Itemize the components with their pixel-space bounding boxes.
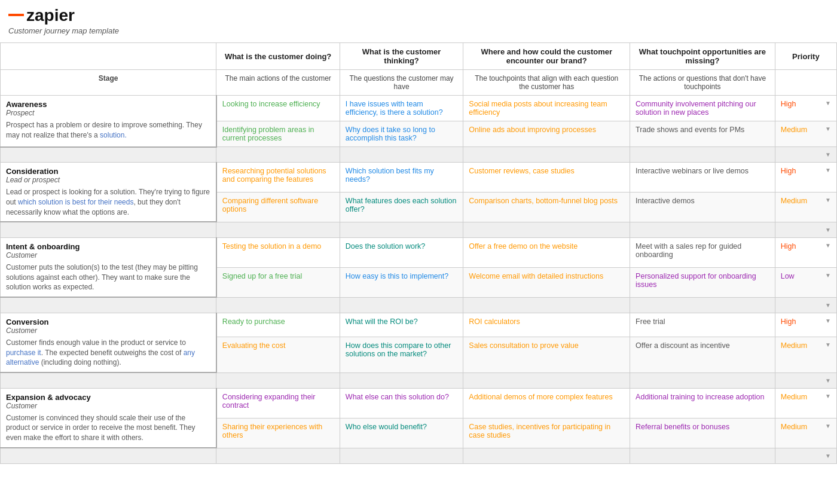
logo-text: zapier <box>26 6 75 25</box>
thinking-cell: Which solution best fits my needs? <box>340 163 463 193</box>
stage-sublabel-text: Lead or prospect <box>6 176 60 184</box>
thinking-cell: How does this compare to other solutions… <box>340 337 463 373</box>
missing-cell: Offer a discount as incentive <box>630 337 775 373</box>
missing-cell: Personalized support for onboarding issu… <box>630 267 775 297</box>
data-row: Intent & onboarding Customer Customer pu… <box>1 237 837 267</box>
doing-cell: Considering expanding their contract <box>216 388 340 418</box>
thinking-cell: Does the solution work? <box>340 237 463 267</box>
stage-desc: Prospect has a problem or desire to impr… <box>6 117 210 140</box>
priority-dropdown-arrow[interactable]: ▼ <box>825 197 831 203</box>
priority-cell[interactable]: Medium ▼ <box>775 121 836 147</box>
encounter-cell: Sales consultation to prove value <box>463 337 630 373</box>
doing-cell: Looking to increase efficiency <box>216 96 340 121</box>
stage-desc: Lead or prospect is looking for a soluti… <box>6 184 210 217</box>
journey-map-table: What is the customer doing? What is the … <box>0 42 837 464</box>
thinking-cell: What else can this solution do? <box>340 388 463 418</box>
stage-label-text: Expansion & advocacy <box>6 393 91 402</box>
missing-cell: Interactive demos <box>630 192 775 222</box>
stage-desc: Customer finds enough value in the produ… <box>6 335 210 368</box>
doing-cell: Researching potential solutions and comp… <box>216 163 340 193</box>
stage-sublabel-text: Customer <box>6 326 37 335</box>
priority-dropdown-arrow[interactable]: ▼ <box>825 423 831 429</box>
priority-cell[interactable]: High ▼ <box>775 163 836 193</box>
missing-cell: Additional training to increase adoption <box>630 388 775 418</box>
stage-label-text: Conversion <box>6 317 49 326</box>
missing-cell: Trade shows and events for PMs <box>630 121 775 147</box>
stage-cell-expansion: Expansion & advocacy Customer Customer i… <box>1 388 216 448</box>
priority-dropdown-arrow[interactable]: ▼ <box>825 126 831 132</box>
missing-cell: Interactive webinars or live demos <box>630 163 775 193</box>
stage-spacer-row: ▼ <box>1 372 837 388</box>
stage-label-text: Consideration <box>6 167 58 176</box>
priority-dropdown-arrow[interactable]: ▼ <box>825 341 831 348</box>
encounter-subheader: The touchpoints that align with each que… <box>463 70 630 96</box>
add-row-dropdown[interactable]: ▼ <box>825 302 831 308</box>
priority-cell[interactable]: Medium ▼ <box>775 192 836 222</box>
missing-subheader: The actions or questions that don't have… <box>630 70 775 96</box>
doing-cell: Testing the solution in a demo <box>216 237 340 267</box>
priority-header: Priority <box>775 43 836 70</box>
encounter-cell: ROI calculators <box>463 313 630 337</box>
priority-dropdown-arrow[interactable]: ▼ <box>825 167 831 173</box>
add-row-dropdown[interactable]: ▼ <box>825 377 831 384</box>
logo: zapier <box>8 6 829 25</box>
stage-header <box>1 43 216 70</box>
data-row: Conversion Customer Customer finds enoug… <box>1 313 837 337</box>
add-row-dropdown[interactable]: ▼ <box>825 453 831 459</box>
thinking-cell: How easy is this to implement? <box>340 267 463 297</box>
encounter-cell: Additional demos of more complex feature… <box>463 388 630 418</box>
priority-dropdown-arrow[interactable]: ▼ <box>825 393 831 399</box>
priority-cell[interactable]: Low ▼ <box>775 267 836 297</box>
encounter-cell: Social media posts about increasing team… <box>463 96 630 121</box>
encounter-cell: Offer a free demo on the website <box>463 237 630 267</box>
missing-header: What touchpoint opportunities are missin… <box>630 43 775 70</box>
doing-cell: Evaluating the cost <box>216 337 340 373</box>
stage-subheader-cell: Stage <box>1 70 216 96</box>
priority-subheader <box>775 70 836 96</box>
stage-label-text: Intent & onboarding <box>6 242 80 251</box>
priority-cell[interactable]: Medium ▼ <box>775 388 836 418</box>
column-headers: What is the customer doing? What is the … <box>1 43 837 70</box>
encounter-cell: Customer reviews, case studies <box>463 163 630 193</box>
priority-dropdown-arrow[interactable]: ▼ <box>825 272 831 279</box>
thinking-cell: Who else would benefit? <box>340 418 463 448</box>
stage-cell-awareness: Awareness Prospect Prospect has a proble… <box>1 96 216 147</box>
encounter-cell: Case studies, incentives for participati… <box>463 418 630 448</box>
encounter-cell: Online ads about improving processes <box>463 121 630 147</box>
stage-cell-intent: Intent & onboarding Customer Customer pu… <box>1 237 216 297</box>
thinking-cell: What features does each solution offer? <box>340 192 463 222</box>
missing-cell: Referral benefits or bonuses <box>630 418 775 448</box>
thinking-subheader: The questions the customer may have <box>340 70 463 96</box>
thinking-header: What is the customer thinking? <box>340 43 463 70</box>
encounter-header: Where and how could the customer encount… <box>463 43 630 70</box>
stage-cell-consideration: Consideration Lead or prospect Lead or p… <box>1 163 216 222</box>
doing-subheader: The main actions of the customer <box>216 70 340 96</box>
priority-dropdown-arrow[interactable]: ▼ <box>825 100 831 106</box>
stage-spacer-row: ▼ <box>1 147 837 163</box>
encounter-cell: Comparison charts, bottom-funnel blog po… <box>463 192 630 222</box>
add-row-dropdown[interactable]: ▼ <box>825 151 831 158</box>
stage-label: Stage <box>99 74 118 83</box>
doing-cell: Sharing their experiences with others <box>216 418 340 448</box>
missing-cell: Meet with a sales rep for guided onboard… <box>630 237 775 267</box>
column-subheaders: Stage The main actions of the customer T… <box>1 70 837 96</box>
add-row-dropdown[interactable]: ▼ <box>825 227 831 233</box>
stage-sublabel-text: Customer <box>6 402 37 410</box>
stage-cell-conversion: Conversion Customer Customer finds enoug… <box>1 313 216 372</box>
priority-cell[interactable]: High ▼ <box>775 313 836 337</box>
stage-desc: Customer is convinced they should scale … <box>6 410 210 443</box>
data-row: Awareness Prospect Prospect has a proble… <box>1 96 837 121</box>
priority-cell[interactable]: Medium ▼ <box>775 337 836 373</box>
priority-dropdown-arrow[interactable]: ▼ <box>825 242 831 249</box>
doing-header: What is the customer doing? <box>216 43 340 70</box>
data-row: Consideration Lead or prospect Lead or p… <box>1 163 837 193</box>
thinking-cell: I have issues with team efficiency, is t… <box>340 96 463 121</box>
doing-cell: Signed up for a free trial <box>216 267 340 297</box>
logo-dash <box>8 14 24 16</box>
missing-cell: Free trial <box>630 313 775 337</box>
priority-cell[interactable]: High ▼ <box>775 237 836 267</box>
priority-cell[interactable]: High ▼ <box>775 96 836 121</box>
priority-dropdown-arrow[interactable]: ▼ <box>825 317 831 324</box>
doing-cell: Identifying problem areas in current pro… <box>216 121 340 147</box>
priority-cell[interactable]: Medium ▼ <box>775 418 836 448</box>
